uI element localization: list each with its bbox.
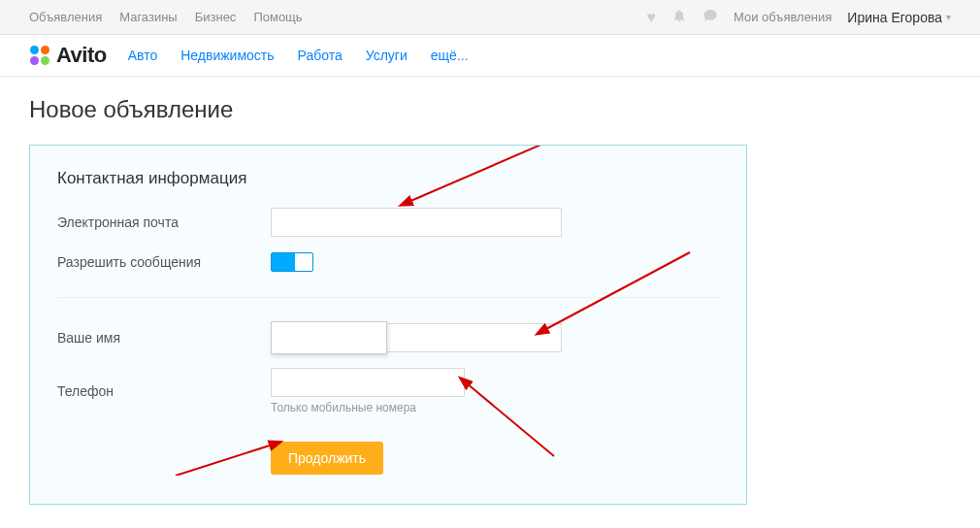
topnav-link-listings[interactable]: Объявления	[29, 10, 102, 24]
mainbar: Avito Авто Недвижимость Работа Услуги ещ…	[0, 35, 980, 77]
topnav-link-business[interactable]: Бизнес	[195, 10, 237, 24]
logo-text: Avito	[56, 43, 107, 68]
messages-toggle[interactable]	[271, 252, 313, 272]
user-name: Ирина Егорова	[847, 10, 942, 25]
email-input[interactable]	[271, 208, 562, 237]
main-container: Новое объявление Контактная информация Э…	[0, 77, 980, 528]
logo[interactable]: Avito	[29, 43, 107, 68]
contact-form-box: Контактная информация Электронная почта …	[29, 145, 747, 505]
row-name: Ваше имя	[57, 323, 719, 352]
email-label: Электронная почта	[57, 214, 271, 230]
page-title: Новое объявление	[29, 96, 951, 123]
continue-button[interactable]: Продолжить	[271, 442, 383, 475]
row-messages: Разрешить сообщения	[57, 252, 719, 272]
name-redaction-overlay	[271, 321, 387, 354]
phone-label: Телефон	[57, 383, 271, 399]
heart-icon[interactable]: ♥	[646, 9, 656, 26]
catnav-auto[interactable]: Авто	[128, 48, 158, 63]
my-ads-link[interactable]: Мои объявления	[734, 10, 832, 24]
row-email: Электронная почта	[57, 208, 719, 237]
catnav-services[interactable]: Услуги	[366, 48, 408, 63]
row-submit: Продолжить	[57, 442, 719, 475]
catnav-jobs[interactable]: Работа	[298, 48, 343, 63]
row-phone: Телефон Только мобильные номера	[57, 368, 719, 414]
catnav-realty[interactable]: Недвижимость	[180, 48, 274, 63]
name-label: Ваше имя	[57, 330, 271, 346]
category-nav: Авто Недвижимость Работа Услуги ещё...	[128, 48, 469, 63]
user-menu[interactable]: Ирина Егорова ▾	[847, 10, 951, 25]
messages-label: Разрешить сообщения	[57, 254, 271, 270]
chat-icon[interactable]	[702, 8, 718, 27]
catnav-more[interactable]: ещё...	[431, 48, 469, 63]
annotation-arrows	[30, 146, 748, 476]
topbar-left: Объявления Магазины Бизнес Помощь	[29, 10, 303, 24]
phone-hint: Только мобильные номера	[271, 401, 465, 414]
topbar-right: ♥ Мои объявления Ирина Егорова ▾	[646, 8, 951, 27]
topbar: Объявления Магазины Бизнес Помощь ♥ Мои …	[0, 0, 980, 35]
bell-icon[interactable]	[671, 8, 687, 27]
divider	[57, 297, 719, 298]
topnav-link-help[interactable]: Помощь	[253, 10, 302, 24]
phone-input[interactable]	[271, 368, 465, 397]
chevron-down-icon: ▾	[946, 12, 951, 22]
section-title: Контактная информация	[57, 169, 719, 188]
toggle-knob	[295, 253, 312, 271]
logo-icon	[29, 45, 50, 66]
topnav-link-shops[interactable]: Магазины	[119, 10, 178, 24]
